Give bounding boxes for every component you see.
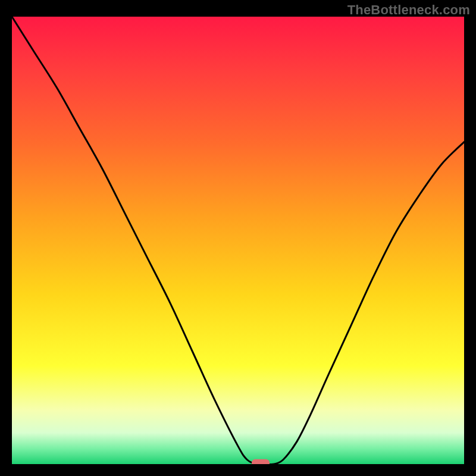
chart-frame: TheBottleneck.com — [0, 0, 476, 476]
minimum-marker — [252, 459, 270, 464]
gradient-background — [12, 17, 464, 464]
bottleneck-curve-chart — [12, 17, 464, 464]
watermark-label: TheBottleneck.com — [347, 2, 470, 18]
plot-area — [12, 17, 464, 464]
